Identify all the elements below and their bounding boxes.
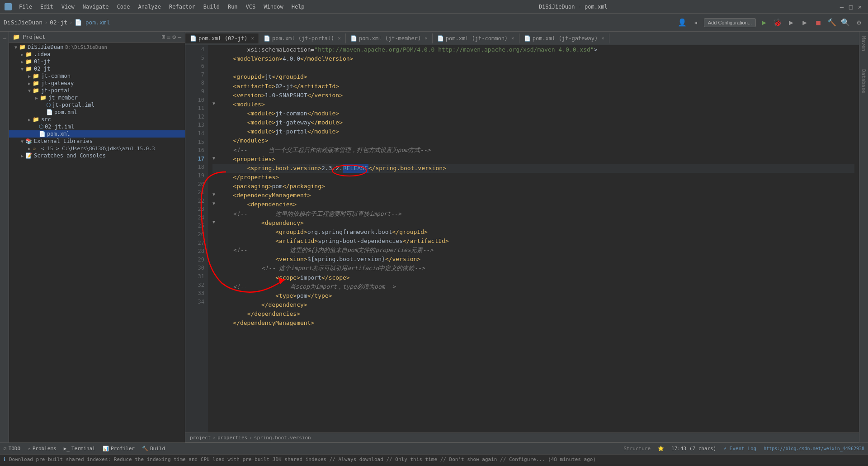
left-icon-project[interactable]: 1: [2, 37, 7, 40]
maximize-button[interactable]: □: [847, 3, 854, 10]
tree-jtportal-iml[interactable]: ⬡ jt-portal.iml: [9, 101, 185, 109]
tree-src-label: src: [41, 116, 51, 123]
bc-springboot[interactable]: spring.boot.version: [254, 435, 311, 441]
build-icon[interactable]: 🔨: [826, 17, 837, 28]
code-line-25: <artifactId>spring-boot-dependencies</ar…: [212, 237, 854, 246]
tab-jtcommon[interactable]: 📄 pom.xml (jt-common) ✕: [433, 33, 519, 43]
ln28: 28: [185, 247, 204, 256]
menu-run[interactable]: Run: [224, 3, 241, 11]
code-line-28: <!-- 这个import表示可以引用artifacid中定义的依赖-->: [212, 264, 854, 273]
breadcrumb-pomxml[interactable]: 📄 pom.xml: [75, 19, 110, 26]
tab-jtcommon-close[interactable]: ✕: [511, 35, 514, 41]
tree-02jt[interactable]: ▼ 📁 02-jt: [9, 65, 185, 72]
terminal-label: Terminal: [71, 446, 95, 452]
todo-icon: ☑: [4, 446, 7, 452]
tree-scratches[interactable]: ▶ 📝 Scratches and Consoles: [9, 152, 185, 159]
fold-21[interactable]: ▼: [212, 200, 219, 207]
settings-icon[interactable]: ⚙: [854, 17, 864, 28]
tree-src[interactable]: ▶ 📁 src: [9, 116, 185, 123]
code-editor[interactable]: xsi:schemaLocation="http://maven.apache.…: [208, 45, 859, 433]
project-expand-icon[interactable]: ⊞: [162, 33, 165, 40]
tab-jtportal-close[interactable]: ✕: [338, 35, 341, 41]
project-close-icon[interactable]: —: [178, 33, 181, 40]
tree-idea-icon: 📁: [25, 51, 33, 57]
menu-navigate[interactable]: Navigate: [79, 3, 113, 11]
ln15: 15: [185, 138, 204, 147]
menu-view[interactable]: View: [58, 3, 78, 11]
tab-jtportal[interactable]: 📄 pom.xml (jt-portal) ✕: [259, 33, 346, 43]
close-button[interactable]: ✕: [856, 3, 863, 10]
coverage-icon[interactable]: ▶: [786, 17, 797, 28]
tab-jtgateway-close[interactable]: ✕: [601, 35, 604, 41]
tree-02jt-arrow: ▼: [19, 67, 25, 71]
menu-edit[interactable]: Edit: [37, 3, 57, 11]
tree-jtportal-pom[interactable]: 📄 pom.xml: [9, 109, 185, 116]
tree-jtportal[interactable]: ▼ 📁 jt-portal: [9, 87, 185, 94]
event-log[interactable]: ⚡ Event Log: [723, 446, 756, 452]
navigation-back-icon[interactable]: ◂: [690, 17, 701, 28]
build-item[interactable]: 🔨 Build: [142, 446, 165, 452]
profile-icon[interactable]: 👤: [677, 17, 688, 28]
breadcrumb-root[interactable]: DiSiJieDuan: [4, 19, 42, 26]
tree-jdk[interactable]: ▶ ☕ < 15 > C:\Users\86138\jdks\azul-15.0…: [9, 145, 185, 152]
fold-20[interactable]: ▼: [212, 191, 219, 198]
todo-item[interactable]: ☑ TODO: [4, 446, 20, 452]
fold-10[interactable]: ▼: [212, 100, 219, 107]
tree-pom-selected[interactable]: 📄 pom.xml: [9, 130, 185, 138]
tab-jtgateway[interactable]: 📄 pom.xml (jt-gateway) ✕: [519, 33, 609, 43]
favorites-label[interactable]: ⭐: [658, 446, 664, 452]
ln9: 9: [185, 87, 204, 96]
tree-02jtiml-icon: ⬡: [39, 124, 43, 130]
code-line-18: </properties>: [212, 173, 854, 182]
fold-16[interactable]: ▼: [212, 155, 219, 162]
maven-label[interactable]: Maven: [861, 36, 867, 51]
debug-icon[interactable]: 🐞: [772, 17, 783, 28]
tree-jtmember[interactable]: ▶ 📁 jt-member: [9, 94, 185, 101]
menu-file[interactable]: File: [15, 3, 36, 11]
profiler-item[interactable]: 📊 Profiler: [103, 446, 135, 452]
stop-icon[interactable]: ■: [813, 17, 824, 28]
run-icon[interactable]: ▶: [759, 17, 769, 28]
fold-23[interactable]: ▼: [212, 219, 219, 226]
menu-refactor[interactable]: Refactor: [165, 3, 199, 11]
tree-jtgateway-arrow: ▶: [26, 81, 33, 86]
menu-analyze[interactable]: Analyze: [134, 3, 165, 11]
main-content: 1 📁 Project ⊞ ≡ ⚙ — ▼ 📁 DiSiJieDuan D:\D…: [0, 32, 868, 442]
bc-project[interactable]: project: [190, 435, 211, 441]
tree-02jt-iml[interactable]: ⬡ 02-jt.iml: [9, 123, 185, 130]
tab-02jt[interactable]: 📄 pom.xml (02-jt) ✕: [185, 33, 259, 43]
minimize-button[interactable]: —: [838, 3, 845, 10]
code-line-20: ▼ <dependencyManagement>: [212, 191, 854, 200]
tree-jtgateway[interactable]: ▶ 📁 jt-gateway: [9, 80, 185, 87]
menu-window[interactable]: Window: [260, 3, 287, 11]
editor-tabs: 📄 pom.xml (02-jt) ✕ 📄 pom.xml (jt-portal…: [185, 32, 859, 45]
project-breadcrumb: DiSiJieDuan › 02-jt › 📄 pom.xml: [4, 19, 110, 26]
problems-item[interactable]: ⚠ Problems: [28, 446, 57, 452]
bc-properties[interactable]: properties: [217, 435, 247, 441]
tree-jtcommon[interactable]: ▶ 📁 jt-common: [9, 72, 185, 80]
add-configuration-button[interactable]: Add Configuration...: [704, 18, 756, 27]
terminal-item[interactable]: ▶_ Terminal: [64, 446, 95, 452]
run2-icon[interactable]: ▶: [799, 17, 810, 28]
tree-external-libs[interactable]: ▼ 📚 External Libraries: [9, 138, 185, 145]
menu-help[interactable]: Help: [288, 3, 308, 11]
tab-02jt-close[interactable]: ✕: [251, 35, 254, 41]
search-icon[interactable]: 🔍: [840, 17, 851, 28]
tree-jtportalpom-label: pom.xml: [54, 109, 77, 115]
menu-build[interactable]: Build: [200, 3, 223, 11]
window-title: DiSiJieDuan - pom.xml: [539, 4, 608, 10]
tree-01jt[interactable]: ▶ 📁 01-jt: [9, 58, 185, 65]
tab-jtmember-close[interactable]: ✕: [425, 35, 428, 41]
tab-jtmember[interactable]: 📄 pom.xml (jt-member) ✕: [346, 33, 433, 43]
breadcrumb-02jt[interactable]: 02-jt: [50, 19, 67, 26]
project-settings-icon[interactable]: ⚙: [172, 33, 176, 40]
menu-code[interactable]: Code: [113, 3, 134, 11]
menu-vcs[interactable]: VCS: [242, 3, 259, 11]
tree-idea[interactable]: ▶ 📁 .idea: [9, 51, 185, 58]
tree-root[interactable]: ▼ 📁 DiSiJieDuan D:\DiSiJieDuan: [9, 43, 185, 51]
breadcrumb-sep1: ›: [44, 19, 48, 26]
structure-label[interactable]: Structure: [623, 446, 651, 452]
tree-jtportaliml-label: jt-portal.iml: [52, 102, 94, 108]
project-collapse-icon[interactable]: ≡: [167, 33, 171, 40]
database-label[interactable]: Database: [861, 69, 867, 93]
